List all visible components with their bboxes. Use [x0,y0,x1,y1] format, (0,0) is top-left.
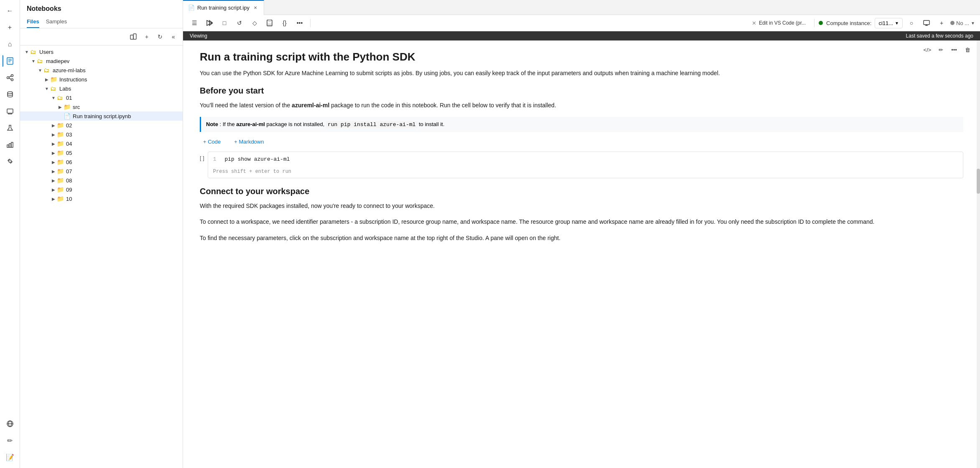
tree-03[interactable]: ▶ 📁 03 [20,130,183,139]
code-btn[interactable]: {} [278,17,291,29]
env-icon[interactable] [3,416,18,431]
folder-icon-labs: 🗂 [50,85,58,92]
toolbar-divider2 [814,19,815,27]
label-src: src [73,104,80,110]
refresh-btn[interactable]: ↻ [154,31,166,43]
compute-dropdown[interactable]: ci11... ▼ [875,18,903,28]
edit-vscode-btn[interactable]: ✕ Edit in VS Code (pr... [748,18,810,28]
edit-vscode-label: Edit in VS Code (pr... [759,20,806,26]
tree-run-training-script[interactable]: 📄 Run training script.ipynb [20,111,183,121]
notebook-tab[interactable]: 📄 Run training script.ipy ✕ [183,0,264,15]
save-btn[interactable] [263,17,276,29]
file-tree: ▼ 🗂 Users ▼ 🗂 madiepev ▼ 🗂 azure-ml-labs… [20,46,183,468]
folder-icon-src: 📁 [64,104,71,110]
tree-05[interactable]: ▶ 📁 05 [20,148,183,157]
section2-title: Connect to your workspace [200,187,963,196]
file-toolbar: + ↻ « [20,28,183,46]
section1-para: You'll need the latest version of the az… [200,101,963,110]
home-icon[interactable]: ⌂ [3,37,18,52]
main-area: 📄 Run training script.ipy ✕ ☰ □ ↺ ◇ {} •… [183,0,980,468]
explorer-title: Notebooks [20,0,183,13]
chevron-madiepev: ▼ [30,59,37,63]
add-markdown-btn[interactable]: + Markdown [231,137,267,147]
no-kernel-indicator [950,21,955,25]
compute-name: ci11... [878,20,893,26]
model-icon[interactable] [3,137,18,152]
tab-samples[interactable]: Samples [46,16,67,28]
section2-para3: To find the necessary parameters, click … [200,233,963,243]
run-all-btn[interactable] [203,17,216,29]
display-btn[interactable] [920,17,933,29]
chevron-src: ▶ [57,105,64,109]
edit-cell-btn[interactable]: ✏ [935,44,947,56]
add-file-btn[interactable]: + [141,31,153,43]
add-icon[interactable]: + [3,20,18,35]
folder-icon-users: 🗂 [30,48,38,55]
no-kernel-section: No ... ▼ [950,20,975,26]
svg-rect-26 [267,23,272,25]
scrollbar[interactable] [977,40,980,468]
code-cell-container: [ ] 1 pip show azure-ai-ml Press shift +… [200,152,963,178]
clear-btn[interactable]: ◇ [248,17,261,29]
chevron-labs: ▼ [43,86,50,91]
svg-rect-10 [7,109,13,113]
menu-btn[interactable]: ☰ [188,17,201,29]
edit-icon[interactable]: 📝 [3,450,18,465]
notebook-icon[interactable] [3,53,18,68]
tree-09[interactable]: ▶ 📁 09 [20,185,183,194]
tab-close-btn[interactable]: ✕ [252,5,259,11]
tree-06[interactable]: ▶ 📁 06 [20,157,183,167]
add-cell-row: + Code + Markdown [200,137,963,147]
cell-bracket: [ ] [200,155,204,161]
svg-marker-23 [209,20,213,25]
section2-para2: To connect to a workspace, we need ident… [200,217,963,226]
code-cell[interactable]: 1 pip show azure-ai-ml Press shift + ent… [208,152,963,178]
scrollbar-thumb[interactable] [977,169,980,194]
circle-btn[interactable]: ○ [905,17,918,29]
pipeline-icon[interactable] [3,70,18,85]
chevron-azure-ml-labs: ▼ [37,68,43,73]
tree-04[interactable]: ▶ 📁 04 [20,139,183,148]
svg-rect-0 [7,58,13,64]
code-line-num: 1 [213,156,216,162]
label-01: 01 [66,95,72,101]
pen-icon[interactable]: ✏ [3,433,18,448]
svg-point-6 [11,79,13,81]
svg-rect-20 [130,35,133,39]
code-view-btn[interactable]: </> [921,44,933,56]
compute-icon[interactable] [3,104,18,119]
experiment-icon[interactable] [3,120,18,135]
svg-rect-16 [9,144,11,147]
compute-status-indicator [819,21,823,25]
tree-instructions[interactable]: ▶ 📁 Instructions [20,75,183,84]
add-btn[interactable]: + [935,17,948,29]
endpoint-icon[interactable] [3,154,18,169]
svg-rect-15 [7,145,9,147]
add-code-btn[interactable]: + Code [200,137,224,147]
folder-icon-azure-ml-labs: 🗂 [43,67,51,73]
more-btn[interactable]: ••• [293,17,306,29]
code-cell-content: 1 pip show azure-ai-ml [208,152,963,167]
delete-cell-btn[interactable]: 🗑 [962,44,973,56]
square-btn[interactable]: □ [218,17,231,29]
data-icon[interactable] [3,87,18,102]
label-labs: Labs [59,86,71,92]
tree-src[interactable]: ▶ 📁 src [20,102,183,111]
tree-users[interactable]: ▼ 🗂 Users [20,47,183,56]
tree-10[interactable]: ▶ 📁 10 [20,194,183,203]
more-cell-btn[interactable]: ••• [948,44,960,56]
restart-btn[interactable]: ↺ [233,17,246,29]
svg-line-8 [9,78,11,79]
tree-08[interactable]: ▶ 📁 08 [20,176,183,185]
tree-azure-ml-labs[interactable]: ▼ 🗂 azure-ml-labs [20,66,183,75]
collapse-btn[interactable]: « [168,31,179,43]
tree-07[interactable]: ▶ 📁 07 [20,167,183,176]
tree-02[interactable]: ▶ 📁 02 [20,121,183,130]
tree-01[interactable]: ▼ 🗂 01 [20,93,183,102]
tree-madiepev[interactable]: ▼ 🗂 madiepev [20,56,183,66]
note-label: Note [206,121,218,127]
tab-files[interactable]: Files [27,16,39,28]
back-icon[interactable]: ← [3,3,18,18]
tree-labs[interactable]: ▼ 🗂 Labs [20,84,183,93]
folder-view-btn[interactable] [127,31,139,43]
